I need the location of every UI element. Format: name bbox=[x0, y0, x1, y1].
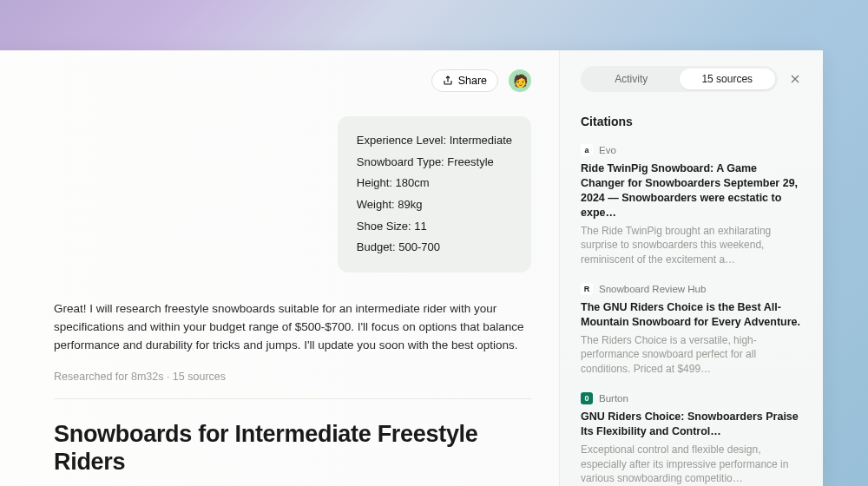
citation-source: 0Burton bbox=[581, 392, 802, 404]
intro-text: Great! I will research freestyle snowboa… bbox=[54, 300, 531, 355]
citation[interactable]: aEvoRide TwinPig Snowboard: A Game Chang… bbox=[581, 144, 802, 267]
sidebar-top: Activity 15 sources bbox=[581, 66, 802, 92]
source-name: Snowboard Review Hub bbox=[599, 284, 706, 294]
spec-value: 89kg bbox=[398, 198, 422, 211]
topbar: Share 🧑 bbox=[54, 69, 531, 92]
spec-label: Snowboard Type: bbox=[357, 155, 448, 168]
citation[interactable]: RSnowboard Review HubThe GNU Riders Choi… bbox=[581, 283, 802, 377]
spec-row: Shoe Size: 11 bbox=[357, 216, 512, 238]
spec-row: Budget: 500-700 bbox=[357, 237, 512, 259]
citation[interactable]: 0BurtonGNU Riders Choice: Snowboarders P… bbox=[581, 392, 802, 486]
app-window: Share 🧑 Experience Level: IntermediateSn… bbox=[0, 50, 823, 486]
citations-heading: Citations bbox=[581, 115, 802, 128]
avatar-emoji: 🧑 bbox=[513, 74, 528, 88]
share-icon bbox=[443, 76, 453, 86]
citation-desc: The Ride TwinPig brought an exhilarating… bbox=[581, 224, 802, 267]
citation-desc: Exceptional control and flexible design,… bbox=[581, 443, 802, 486]
source-icon: a bbox=[581, 144, 593, 156]
share-button[interactable]: Share bbox=[431, 69, 498, 92]
research-meta: Researched for 8m32s · 15 sources bbox=[54, 371, 531, 383]
citation-source: aEvo bbox=[581, 144, 802, 156]
spec-row: Weight: 89kg bbox=[357, 194, 512, 216]
divider bbox=[54, 398, 531, 399]
spec-row: Snowboard Type: Freestyle bbox=[357, 152, 512, 174]
spec-value: 11 bbox=[414, 220, 426, 233]
source-icon: 0 bbox=[581, 392, 593, 404]
spec-label: Experience Level: bbox=[357, 134, 450, 147]
spec-label: Shoe Size: bbox=[357, 220, 415, 233]
tab-activity[interactable]: Activity bbox=[583, 69, 680, 89]
citations-list: aEvoRide TwinPig Snowboard: A Game Chang… bbox=[581, 144, 802, 486]
source-name: Burton bbox=[599, 393, 628, 404]
source-name: Evo bbox=[599, 145, 616, 155]
tab-sources[interactable]: 15 sources bbox=[680, 69, 776, 89]
spec-row: Experience Level: Intermediate bbox=[357, 130, 512, 152]
close-icon[interactable] bbox=[788, 72, 802, 86]
avatar[interactable]: 🧑 bbox=[509, 69, 531, 92]
spec-value: 180cm bbox=[396, 176, 430, 189]
spec-card: Experience Level: IntermediateSnowboard … bbox=[338, 116, 531, 273]
page-title: Snowboards for Intermediate Freestyle Ri… bbox=[54, 420, 531, 476]
sidebar: Activity 15 sources Citations aEvoRide T… bbox=[559, 50, 823, 486]
citation-title: Ride TwinPig Snowboard: A Game Changer f… bbox=[581, 161, 802, 220]
citation-title: GNU Riders Choice: Snowboarders Praise I… bbox=[581, 410, 802, 439]
spec-value: Intermediate bbox=[450, 134, 512, 147]
spec-value: 500-700 bbox=[398, 240, 440, 253]
citation-title: The GNU Riders Choice is the Best All-Mo… bbox=[581, 300, 802, 330]
main-panel: Share 🧑 Experience Level: IntermediateSn… bbox=[0, 50, 559, 486]
tab-group: Activity 15 sources bbox=[581, 66, 778, 92]
spec-value: Freestyle bbox=[447, 155, 493, 168]
citation-desc: The Riders Choice is a versatile, high-p… bbox=[581, 333, 802, 377]
share-label: Share bbox=[458, 75, 487, 87]
spec-label: Weight: bbox=[357, 198, 398, 211]
citation-source: RSnowboard Review Hub bbox=[581, 283, 802, 295]
source-icon: R bbox=[581, 283, 593, 295]
spec-label: Height: bbox=[357, 176, 396, 189]
spec-row: Height: 180cm bbox=[357, 173, 512, 194]
spec-label: Budget: bbox=[357, 240, 398, 253]
